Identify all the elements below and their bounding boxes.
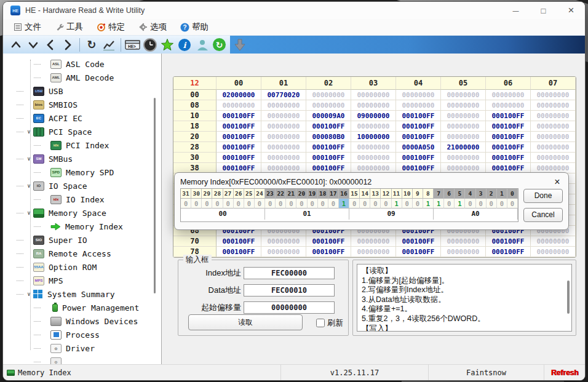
bit-cell[interactable]: 1: [455, 199, 465, 209]
hex-cell[interactable]: 000100FF: [396, 247, 441, 257]
bit-cell[interactable]: 1: [392, 199, 402, 209]
tree-expander-icon[interactable]: [25, 291, 33, 297]
tree-item-usb[interactable]: USBUSB: [3, 84, 161, 98]
hex-cell[interactable]: 00000000: [531, 236, 576, 247]
tree-item-driver[interactable]: ⚙Driver: [3, 341, 161, 355]
hex-cell[interactable]: 000100FF: [306, 247, 351, 257]
hex-cell[interactable]: 00000000: [486, 90, 531, 100]
tree-item-io-space[interactable]: IOIO Space: [3, 179, 161, 193]
tree-expander-icon[interactable]: [25, 129, 33, 135]
bit-cell[interactable]: 0: [381, 199, 391, 209]
hex-cell[interactable]: 000009A0: [306, 111, 351, 121]
minimize-button[interactable]: [502, 2, 530, 19]
hex-cell[interactable]: 00000000: [261, 132, 306, 142]
hex-cell[interactable]: 0000A050: [396, 142, 441, 153]
menu-specific[interactable]: 特定: [92, 19, 133, 35]
hex-cell[interactable]: 00000000: [396, 90, 441, 100]
hex-cell[interactable]: 00000000: [306, 90, 351, 100]
hex-cell[interactable]: 000100FF: [217, 111, 261, 121]
hex-cell[interactable]: 000100FF: [396, 121, 441, 132]
tree-expander-icon[interactable]: [25, 210, 33, 216]
hex-cell[interactable]: 00000000: [261, 111, 306, 121]
hex-cell[interactable]: 00000000: [441, 100, 486, 111]
tree-item-option-rom[interactable]: 55AAOption ROM: [3, 260, 161, 274]
hex-cell[interactable]: 000080B0: [306, 132, 351, 142]
hex-cell[interactable]: 00770020: [261, 90, 306, 100]
hex-cell[interactable]: 00000000: [351, 153, 396, 163]
hex-cell[interactable]: 00000000: [396, 100, 441, 111]
hex-cell[interactable]: 00000000: [531, 132, 576, 142]
tree-item-memory-spd[interactable]: SPDMemory SPD: [3, 165, 161, 179]
bit-cell[interactable]: 0: [402, 199, 413, 209]
bit-cell[interactable]: 0: [507, 199, 518, 209]
tree-item-system-summary[interactable]: System Summary: [3, 287, 161, 301]
hex-cell[interactable]: 00000000: [217, 100, 261, 111]
hex-cell[interactable]: 000100FF: [396, 132, 441, 142]
hex-cell[interactable]: 000100FF: [486, 142, 531, 153]
hex-cell[interactable]: 00000000: [351, 142, 396, 153]
hex-cell[interactable]: 00000000: [531, 100, 576, 111]
nav-right-icon[interactable]: [60, 37, 76, 53]
clock-icon[interactable]: [142, 37, 158, 53]
bit-cell[interactable]: 0: [191, 199, 202, 209]
done-button[interactable]: Done: [523, 189, 563, 203]
chart-icon[interactable]: [101, 37, 117, 53]
tree-item-asl-code[interactable]: ASLASL Code: [3, 57, 161, 71]
nav-left-icon[interactable]: [42, 37, 58, 53]
tree-item-smbus[interactable]: SMSMBus: [3, 152, 161, 165]
user-icon[interactable]: [194, 37, 210, 53]
cancel-button[interactable]: Cancel: [523, 208, 563, 222]
maximize-button[interactable]: [530, 2, 557, 19]
hex-cell[interactable]: 21000000: [441, 142, 486, 153]
tree-item-process[interactable]: Process: [3, 328, 161, 341]
hex-cell[interactable]: 00000000: [441, 90, 486, 100]
hex-cell[interactable]: 00000000: [531, 247, 576, 257]
bit-cell[interactable]: 0: [234, 199, 244, 209]
hex-cell[interactable]: 00000000: [441, 121, 486, 132]
tree-item-item[interactable]: ⚙: [3, 355, 161, 364]
bit-cell[interactable]: 0: [255, 199, 265, 209]
tree-item-mps[interactable]: MPSMPS: [3, 274, 161, 287]
tree-item-power-management[interactable]: Power Management: [3, 301, 161, 314]
hex-cell[interactable]: 00000000: [261, 247, 306, 257]
bit-cell[interactable]: 0: [296, 199, 307, 209]
tree-item-acpi-ec[interactable]: ECACPI EC: [3, 111, 161, 125]
bit-cell[interactable]: 0: [318, 199, 328, 209]
tree-item-memory-index-selected[interactable]: Memory Index: [3, 220, 161, 233]
bit-cell[interactable]: 0: [487, 199, 497, 209]
hex-cell[interactable]: 000100FF: [486, 132, 531, 142]
start-offset-field[interactable]: [244, 301, 335, 314]
hex-cell[interactable]: 000100FF: [217, 236, 261, 247]
hex-cell[interactable]: 00000000: [531, 153, 576, 163]
bit-cell[interactable]: 0: [370, 199, 381, 209]
hex-cell[interactable]: 00000000: [351, 100, 396, 111]
tree-item-memory-space[interactable]: Memory Space: [3, 206, 161, 220]
bit-cell[interactable]: 0: [308, 199, 318, 209]
hex-cell[interactable]: 000100FF: [217, 153, 261, 163]
hex-cell[interactable]: 00000000: [306, 100, 351, 111]
bit-cell[interactable]: 0: [349, 199, 360, 209]
hex-cell[interactable]: 00000000: [351, 121, 396, 132]
index-address-field[interactable]: [244, 267, 335, 279]
bit-cell[interactable]: 0: [497, 199, 507, 209]
hex-cell[interactable]: 00000000: [261, 142, 306, 153]
hex-cell[interactable]: 00000000: [441, 132, 486, 142]
nav-up-icon[interactable]: [8, 37, 24, 53]
bit-cell[interactable]: 0: [360, 199, 370, 209]
instructions-scrollbar[interactable]: [567, 281, 570, 314]
menu-file[interactable]: 文件: [8, 19, 50, 35]
status-refresh-button[interactable]: Refresh: [551, 368, 579, 377]
hex-cell[interactable]: 000100FF: [306, 142, 351, 153]
hex-cell[interactable]: 000100FF: [396, 153, 441, 163]
hex-cell[interactable]: 000100FF: [486, 153, 531, 163]
hex-cell[interactable]: 00000000: [351, 247, 396, 257]
hex-cell[interactable]: 000100FF: [217, 247, 261, 257]
hex-cell[interactable]: 00000000: [531, 121, 576, 132]
tree-item-windows-devices[interactable]: Windows Devices: [3, 314, 161, 328]
sync-icon[interactable]: ↻: [211, 37, 227, 53]
hex-cell[interactable]: 000100FF: [217, 132, 261, 142]
info-icon[interactable]: i: [177, 37, 193, 53]
star-icon[interactable]: [159, 37, 175, 53]
bit-cell[interactable]: 0: [286, 199, 296, 209]
hex-cell[interactable]: 000100FF: [306, 121, 351, 132]
